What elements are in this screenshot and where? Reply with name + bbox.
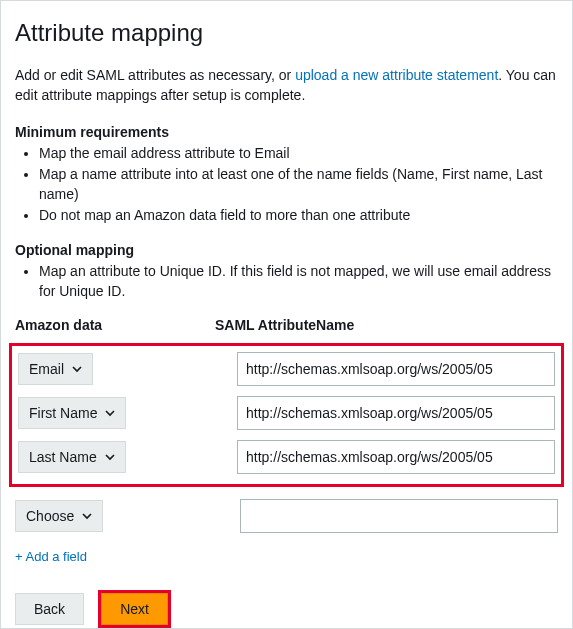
saml-attr-input-email[interactable] [237,352,555,386]
dropdown-label: First Name [29,405,97,421]
add-field-link[interactable]: + Add a field [15,549,87,564]
amazon-data-dropdown-choose[interactable]: Choose [15,500,103,532]
mapping-highlight: Email First Name Last Name [9,343,564,487]
opt-map-heading: Optional mapping [15,242,558,258]
upload-attribute-link[interactable]: upload a new attribute statement [295,67,498,83]
mapping-row-firstname: First Name [18,396,555,430]
mapping-row-email: Email [18,352,555,386]
page-title: Attribute mapping [15,19,558,47]
intro-text: Add or edit SAML attributes as necessary… [15,65,558,106]
saml-attr-input-lastname[interactable] [237,440,555,474]
chevron-down-icon [82,511,92,521]
col-head-amazon-data: Amazon data [15,317,215,333]
amazon-data-dropdown-email[interactable]: Email [18,353,93,385]
chevron-down-icon [105,408,115,418]
saml-attr-input-choose[interactable] [240,499,558,533]
list-item: Map a name attribute into at least one o… [39,165,558,204]
dropdown-label: Email [29,361,64,377]
mapping-row-lastname: Last Name [18,440,555,474]
dropdown-label: Choose [26,508,74,524]
chevron-down-icon [105,452,115,462]
min-req-heading: Minimum requirements [15,124,558,140]
back-button[interactable]: Back [15,593,84,625]
amazon-data-dropdown-firstname[interactable]: First Name [18,397,126,429]
wizard-buttons: Back Next [15,590,558,628]
opt-map-list: Map an attribute to Unique ID. If this f… [15,262,558,301]
next-button-highlight: Next [98,590,171,628]
next-button[interactable]: Next [101,593,168,625]
saml-attr-input-firstname[interactable] [237,396,555,430]
amazon-data-dropdown-lastname[interactable]: Last Name [18,441,126,473]
mapping-columns: Amazon data SAML AttributeName [15,317,558,343]
dropdown-label: Last Name [29,449,97,465]
chevron-down-icon [72,364,82,374]
mapping-row-choose: Choose [15,499,558,533]
list-item: Do not map an Amazon data field to more … [39,206,558,226]
col-head-saml-attr: SAML AttributeName [215,317,558,333]
list-item: Map an attribute to Unique ID. If this f… [39,262,558,301]
attribute-mapping-panel: Attribute mapping Add or edit SAML attri… [0,0,573,629]
min-req-list: Map the email address attribute to Email… [15,144,558,226]
list-item: Map the email address attribute to Email [39,144,558,164]
